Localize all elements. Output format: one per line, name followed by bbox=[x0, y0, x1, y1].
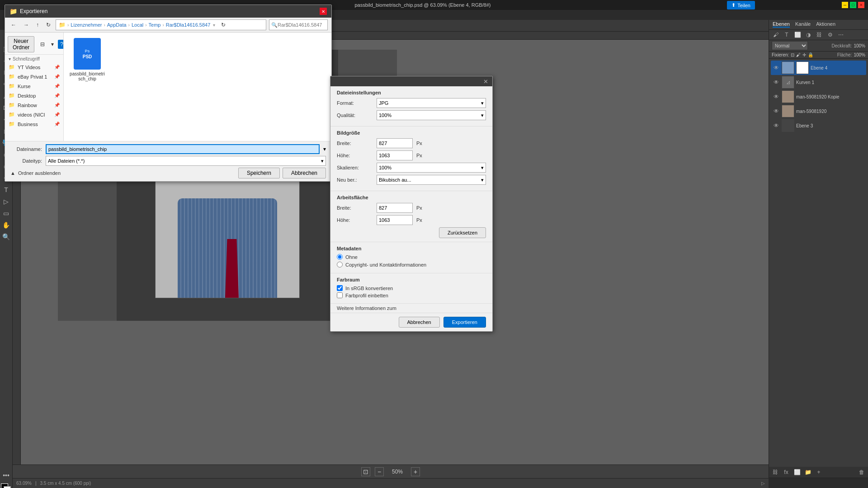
srgb-checkbox[interactable] bbox=[337, 285, 343, 291]
copyright-radio[interactable] bbox=[337, 262, 343, 267]
arb-breite-input[interactable] bbox=[377, 203, 413, 213]
breadcrumb-lizenznehmer[interactable]: Lizenznehmer bbox=[71, 22, 102, 28]
gear-panel-icon[interactable]: ⚙ bbox=[826, 31, 834, 39]
layer-thumb-ebene4 bbox=[782, 61, 794, 74]
type-panel-icon[interactable]: T bbox=[783, 31, 791, 39]
psd-file-icon: Ps PSD bbox=[74, 38, 101, 70]
abbrechen-button-export[interactable]: Abbrechen bbox=[399, 317, 440, 328]
view-toggle-button[interactable]: ▾ bbox=[49, 40, 56, 49]
shape-tool[interactable]: ▭ bbox=[1, 208, 12, 219]
dateityp-label: Dateityp: bbox=[10, 158, 42, 164]
tab-aktionen[interactable]: Aktionen bbox=[816, 21, 835, 28]
share-btn-area: ⬆ Teilen bbox=[727, 1, 755, 9]
maximize-button[interactable]: □ bbox=[850, 2, 856, 8]
layer-row-man[interactable]: 👁 man-59081920 bbox=[771, 104, 866, 118]
mask-panel-icon[interactable]: ⬜ bbox=[793, 31, 802, 39]
nav-back-button[interactable]: ← bbox=[9, 20, 19, 29]
lock-pixels-icon[interactable]: 🖌 bbox=[796, 52, 801, 57]
lock-transparent-icon[interactable]: ⊡ bbox=[791, 52, 794, 57]
add-mask-icon[interactable]: ⬜ bbox=[793, 468, 802, 477]
layer-visibility-ebene3[interactable]: 👁 bbox=[773, 122, 780, 129]
tab-ebenen[interactable]: Ebenen bbox=[773, 21, 790, 28]
dateityp-select[interactable]: Alle Dateien (*.*) ▾ bbox=[46, 156, 326, 166]
zoom-tool[interactable]: 🔍 bbox=[1, 231, 12, 242]
arb-hoehe-input[interactable] bbox=[377, 215, 413, 225]
foreground-color[interactable] bbox=[1, 483, 12, 488]
breadcrumb-rardia[interactable]: Rar$Dla14616.5847 bbox=[166, 22, 210, 28]
search-input[interactable] bbox=[278, 22, 323, 28]
layers-list: 👁 Ebene 4 👁 ◿ Kurven 1 👁 man-59081920 Ko… bbox=[769, 59, 868, 135]
nav-up-button[interactable]: ↑ bbox=[34, 20, 41, 29]
help-button[interactable]: ? bbox=[58, 40, 64, 49]
dots-panel-icon[interactable]: ⋯ bbox=[837, 31, 845, 39]
path-select-tool[interactable]: ▷ bbox=[1, 196, 12, 207]
format-select[interactable]: JPG ▾ bbox=[377, 98, 486, 108]
hoehe-input[interactable] bbox=[377, 150, 413, 160]
sidebar-item-desktop[interactable]: 📁 Desktop 📌 bbox=[5, 91, 63, 100]
layer-row-ebene4[interactable]: 👁 Ebene 4 bbox=[771, 61, 866, 75]
file-item-psd[interactable]: Ps PSD passbild_biometrisch_chip bbox=[67, 36, 107, 83]
skalieren-select[interactable]: 100% ▾ bbox=[377, 163, 486, 173]
neu-ber-select[interactable]: Bikubisch au... ▾ bbox=[377, 175, 486, 185]
sidebar-item-videos[interactable]: 📁 videos (NICI 📌 bbox=[5, 110, 63, 119]
sidebar-item-kurse[interactable]: 📁 Kurse 📌 bbox=[5, 81, 63, 91]
layer-row-man-kopie[interactable]: 👁 man-59081920 Kopie bbox=[771, 89, 866, 104]
type-tool[interactable]: T bbox=[1, 184, 12, 195]
zoom-in-button[interactable]: + bbox=[411, 467, 420, 476]
hand-tool[interactable]: ✋ bbox=[1, 220, 12, 230]
layer-row-kurven1[interactable]: 👁 ◿ Kurven 1 bbox=[771, 75, 866, 89]
lock-all-icon[interactable]: 🔒 bbox=[808, 52, 813, 57]
close-button-main[interactable]: ✕ bbox=[858, 2, 864, 8]
layer-blend-mode[interactable]: Normal bbox=[772, 41, 808, 50]
breadcrumb-temp[interactable]: Temp bbox=[149, 22, 161, 28]
ordner-ausblenden-toggle[interactable]: ▲ Ordner ausblenden bbox=[10, 169, 61, 177]
layer-visibility-ebene4[interactable]: 👁 bbox=[773, 65, 780, 71]
address-refresh-button[interactable]: ↻ bbox=[219, 20, 228, 29]
delete-layer-icon[interactable]: 🗑 bbox=[857, 468, 866, 477]
abbrechen-button-fd[interactable]: Abbrechen bbox=[283, 168, 326, 178]
export-dialog-buttons: Abbrechen Exportieren bbox=[330, 313, 492, 331]
copyright-label: Copyright- und Kontaktinformationen bbox=[345, 262, 426, 267]
view-options-button[interactable]: ⊟ bbox=[38, 40, 47, 49]
lock-position-icon[interactable]: ✛ bbox=[802, 52, 806, 57]
sidebar-item-business[interactable]: 📁 Business 📌 bbox=[5, 119, 63, 129]
sidebar-item-yt-videos[interactable]: 📁 YT Videos 📌 bbox=[5, 62, 63, 72]
neuer-ordner-button[interactable]: Neuer Ordner bbox=[8, 36, 34, 52]
layer-visibility-man[interactable]: 👁 bbox=[773, 108, 780, 114]
dateiname-input[interactable] bbox=[46, 144, 320, 154]
tab-kanaele[interactable]: Kanäle bbox=[795, 21, 811, 28]
breadcrumb-local[interactable]: Local bbox=[132, 22, 143, 28]
new-group-icon[interactable]: 📁 bbox=[803, 468, 812, 477]
file-dialog-close-button[interactable]: ✕ bbox=[320, 8, 327, 15]
share-button[interactable]: ⬆ Teilen bbox=[727, 1, 755, 9]
sidebar-item-rainbow[interactable]: 📁 Rainbow 📌 bbox=[5, 100, 63, 110]
farbprofil-label: Farbprofil einbetten bbox=[345, 293, 388, 298]
breite-input[interactable] bbox=[377, 138, 413, 148]
layer-visibility-man-kopie[interactable]: 👁 bbox=[773, 94, 780, 100]
adjust-panel-icon[interactable]: ◑ bbox=[804, 31, 812, 39]
link-layers-icon[interactable]: ⛓ bbox=[771, 468, 780, 477]
hoehe-label: Höhe: bbox=[337, 153, 373, 158]
exportieren-button[interactable]: Exportieren bbox=[443, 317, 486, 328]
zoom-out-button[interactable]: − bbox=[375, 467, 384, 476]
breadcrumb-appdata[interactable]: AppData bbox=[107, 22, 127, 28]
qualitaet-select[interactable]: 100% ▾ bbox=[377, 110, 486, 120]
layer-row-ebene3[interactable]: 👁 Ebene 3 bbox=[771, 118, 866, 133]
minimize-button[interactable]: ─ bbox=[842, 2, 848, 8]
ohne-radio[interactable] bbox=[337, 254, 343, 260]
fit-screen-button[interactable]: ⊡ bbox=[361, 467, 370, 476]
farbprofil-checkbox[interactable] bbox=[337, 292, 343, 298]
more-tools[interactable]: ••• bbox=[1, 470, 12, 481]
layer-visibility-kurven1[interactable]: 👁 bbox=[773, 79, 780, 85]
file-dialog-bottom: Dateiname: ▾ Dateityp: Alle Dateien (*.*… bbox=[5, 141, 331, 181]
new-layer-icon[interactable]: + bbox=[814, 468, 823, 477]
zuruecksetzen-button[interactable]: Zurücksetzen bbox=[439, 227, 486, 238]
link-panel-icon[interactable]: ⛓ bbox=[815, 31, 823, 39]
brush-panel-icon[interactable]: 🖌 bbox=[772, 31, 780, 39]
add-style-icon[interactable]: fx bbox=[782, 468, 791, 477]
export-dialog-close-button[interactable]: ✕ bbox=[482, 78, 489, 84]
nav-forward-button[interactable]: → bbox=[21, 20, 31, 29]
sidebar-item-ebay[interactable]: 📁 eBay Privat 1 📌 bbox=[5, 72, 63, 81]
speichern-button[interactable]: Speichern bbox=[238, 168, 280, 178]
nav-refresh-button[interactable]: ↻ bbox=[44, 20, 53, 29]
